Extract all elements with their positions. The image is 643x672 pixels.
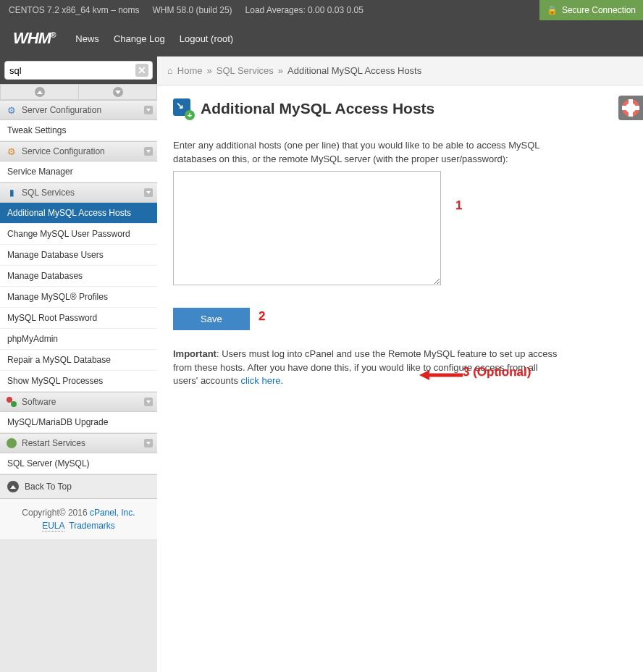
chevron-down-icon xyxy=(144,439,153,448)
important-note: Important: Users must log into cPanel an… xyxy=(173,348,564,389)
chevron-down-icon xyxy=(144,147,153,156)
sidebar-item[interactable]: Manage Databases xyxy=(0,266,157,287)
secure-label: Secure Connection xyxy=(562,5,636,15)
group-header-server_config[interactable]: ⚙Server Configuration xyxy=(0,100,157,120)
intro-text: Enter any additional hosts (one per line… xyxy=(173,139,564,167)
breadcrumb-home[interactable]: Home xyxy=(177,65,203,76)
group-header-restart[interactable]: Restart Services xyxy=(0,433,157,453)
os-info: CENTOS 7.2 x86_64 kvm – noms xyxy=(9,5,140,15)
group-header-service_config[interactable]: ⚙Service Configuration xyxy=(0,141,157,161)
restart-icon xyxy=(6,437,17,449)
home-icon: ⌂ xyxy=(167,65,173,76)
sidebar-item[interactable]: Manage Database Users xyxy=(0,245,157,266)
nav-changelog[interactable]: Change Log xyxy=(114,33,165,44)
search-input[interactable] xyxy=(4,61,153,80)
annotation-1: 1 xyxy=(455,198,462,213)
sidebar-item[interactable]: phpMyAdmin xyxy=(0,329,157,350)
cpanel-link[interactable]: cPanel, Inc. xyxy=(90,508,135,518)
load-averages: Load Averages: 0.00 0.03 0.05 xyxy=(245,5,363,15)
clear-search-icon[interactable]: ✕ xyxy=(135,64,148,77)
breadcrumb-sql-services[interactable]: SQL Services xyxy=(217,65,274,76)
topbar: CENTOS 7.2 x86_64 kvm – noms WHM 58.0 (b… xyxy=(0,0,643,20)
help-button[interactable] xyxy=(618,96,643,120)
software-icon xyxy=(6,396,17,408)
gear-icon: ⚙ xyxy=(6,104,17,116)
sidebar-item[interactable]: Show MySQL Processes xyxy=(0,371,157,392)
click-here-link[interactable]: click here xyxy=(241,375,281,386)
database-icon: ▮ xyxy=(6,187,17,198)
hosts-textarea[interactable] xyxy=(173,171,441,285)
whm-logo[interactable]: WHM® xyxy=(7,29,61,48)
sidebar-item[interactable]: Service Manager xyxy=(0,161,157,182)
back-to-top-button[interactable]: Back To Top xyxy=(0,474,157,499)
sidebar-item[interactable]: MySQL Root Password xyxy=(0,308,157,329)
sidebar-item[interactable]: Tweak Settings xyxy=(0,120,157,141)
group-header-software[interactable]: Software xyxy=(0,392,157,412)
chevron-down-icon xyxy=(144,188,153,197)
chevron-up-icon xyxy=(35,87,45,97)
main: ⌂ Home » SQL Services » Additional MySQL… xyxy=(157,56,643,672)
page-title: + Additional MySQL Access Hosts xyxy=(173,98,627,119)
mysql-hosts-icon: + xyxy=(173,98,193,119)
sidebar-item[interactable]: SQL Server (MySQL) xyxy=(0,453,157,474)
nav-arrows xyxy=(0,84,157,100)
breadcrumb-current: Additional MySQL Access Hosts xyxy=(287,65,421,76)
arrow-up-icon xyxy=(7,481,19,492)
nav-up-button[interactable] xyxy=(0,84,78,100)
lock-icon: 🔒 xyxy=(547,5,558,15)
nav-down-button[interactable] xyxy=(78,84,157,100)
eula-link[interactable]: EULA xyxy=(42,521,64,532)
lifebuoy-icon xyxy=(622,99,639,117)
group-header-sql_services[interactable]: ▮SQL Services xyxy=(0,182,157,203)
sidebar-item[interactable]: MySQL/MariaDB Upgrade xyxy=(0,412,157,433)
secure-connection-badge: 🔒 Secure Connection xyxy=(539,0,643,20)
breadcrumb: ⌂ Home » SQL Services » Additional MySQL… xyxy=(157,56,643,85)
sidebar-item[interactable]: Change MySQL User Password xyxy=(0,224,157,245)
save-button[interactable]: Save xyxy=(173,308,250,330)
header: WHM® News Change Log Logout (root) xyxy=(0,20,643,56)
sidebar-item[interactable]: Repair a MySQL Database xyxy=(0,350,157,371)
trademarks-link[interactable]: Trademarks xyxy=(69,521,115,531)
chevron-down-icon xyxy=(144,398,153,406)
chevron-down-icon xyxy=(144,106,153,114)
chevron-down-icon xyxy=(113,87,123,97)
nav-logout[interactable]: Logout (root) xyxy=(180,33,233,44)
annotation-2: 2 xyxy=(259,309,265,324)
nav-news[interactable]: News xyxy=(75,33,99,44)
sidebar-item[interactable]: Manage MySQL® Profiles xyxy=(0,287,157,308)
sidebar-item[interactable]: Additional MySQL Access Hosts xyxy=(0,203,157,224)
sidebar-footer: Copyright© 2016 cPanel, Inc. EULA Tradem… xyxy=(0,499,157,540)
whm-version: WHM 58.0 (build 25) xyxy=(153,5,232,15)
gear-icon: ⚙ xyxy=(6,146,17,157)
sidebar: ✕ ⚙Server ConfigurationTweak Settings⚙Se… xyxy=(0,56,157,672)
